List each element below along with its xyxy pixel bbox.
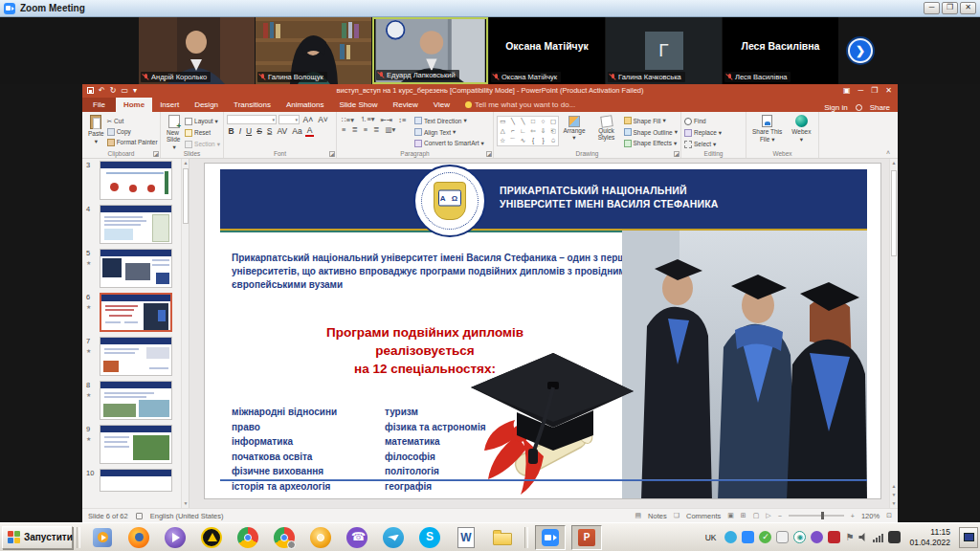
indent-buttons[interactable]: ⇤⇥	[379, 116, 395, 124]
slide-vertical-scrollbar[interactable]: ▲ ▲ ▼ ▼	[889, 159, 898, 508]
slide-thumbnail-7[interactable]	[100, 337, 172, 376]
slide-sorter-view-icon[interactable]: ⊞	[741, 512, 746, 519]
convert-smartart-button[interactable]: Convert to SmartArt▾	[414, 138, 484, 148]
text-direction-button[interactable]: Text Direction▾	[414, 116, 484, 126]
previous-slide-icon[interactable]: ▲	[890, 482, 898, 491]
line-spacing-button[interactable]: ↕≡	[396, 116, 408, 124]
select-button[interactable]: Select▾	[684, 139, 743, 149]
slide[interactable]: Α Ω ПРИКАРПАТСЬКИЙ НАЦІОНАЛЬНИЙ УНІВЕРСИ…	[204, 163, 881, 499]
show-desktop-button[interactable]	[959, 527, 978, 548]
tab-animations[interactable]: Animations	[278, 98, 332, 112]
zoom-level[interactable]: 120%	[861, 512, 880, 520]
slide-thumbnail-9[interactable]	[100, 425, 172, 464]
reading-view-icon[interactable]: ▢	[753, 512, 760, 519]
word-icon[interactable]: W	[455, 526, 478, 549]
participant-tile-avatar[interactable]: Г Галина Качковська	[606, 17, 722, 84]
underline-button[interactable]: U	[245, 126, 254, 136]
tray-telegram-icon[interactable]	[724, 531, 737, 543]
align-right-button[interactable]: ≡	[362, 125, 369, 134]
cut-button[interactable]: ✂Cut	[107, 116, 124, 126]
decrease-font-icon[interactable]: A˅	[317, 115, 330, 124]
font-size-combobox[interactable]	[278, 115, 300, 124]
font-name-combobox[interactable]	[227, 115, 277, 124]
start-slideshow-icon[interactable]: ▭	[121, 87, 128, 95]
kmplayer-icon[interactable]	[164, 526, 187, 549]
slide-thumbnail-3[interactable]	[100, 161, 172, 200]
increase-font-icon[interactable]: A˄	[301, 115, 315, 124]
align-center-button[interactable]: ≣	[349, 125, 359, 134]
next-participants-button[interactable]: ❯	[848, 38, 873, 63]
tab-insert[interactable]: Insert	[152, 98, 187, 112]
tab-review[interactable]: Review	[385, 98, 425, 112]
tray-volume-icon[interactable]	[858, 533, 868, 542]
scrollbar-thumb[interactable]	[183, 168, 189, 224]
paragraph-dialog-launcher[interactable]: ◢	[486, 151, 492, 157]
folder-icon[interactable]	[491, 526, 514, 549]
minimize-icon[interactable]: ─	[924, 2, 940, 14]
customize-qat-icon[interactable]: ▾	[133, 87, 137, 95]
tab-view[interactable]: View	[426, 98, 457, 112]
viber-icon[interactable]: ☎	[345, 526, 368, 549]
restore-icon[interactable]: ❐	[942, 2, 958, 14]
webex-button[interactable]: Webex▾	[789, 114, 813, 148]
zoom-slider[interactable]	[789, 515, 844, 517]
numbering-button[interactable]: ⒈≡▾	[358, 115, 377, 124]
tray-clipboard-icon[interactable]	[776, 531, 789, 543]
italic-button[interactable]: I	[237, 126, 242, 136]
tray-flag-icon[interactable]: ⚑	[845, 533, 854, 542]
shape-outline-button[interactable]: Shape Outline▾	[624, 127, 678, 138]
redo-icon[interactable]: ↻	[110, 87, 117, 95]
slide-thumbnail-6-current[interactable]	[100, 293, 172, 332]
justify-button[interactable]: ≣	[371, 125, 381, 134]
start-button[interactable]: Запустити	[2, 526, 73, 549]
chrome-icon[interactable]	[236, 526, 259, 549]
align-text-button[interactable]: Align Text▾	[414, 127, 484, 138]
undo-icon[interactable]: ↶	[99, 87, 105, 95]
ribbon-display-options-icon[interactable]: ▣	[843, 85, 851, 97]
shape-fill-button[interactable]: Shape Fill▾	[624, 116, 678, 126]
participant-tile-video[interactable]: Андрій Королько	[139, 17, 255, 84]
tray-antivirus-icon[interactable]: ✓	[759, 531, 771, 543]
zoom-in-icon[interactable]: +	[851, 513, 855, 519]
text-shadow-button[interactable]: S̲	[265, 126, 274, 136]
section-button[interactable]: Section▾	[185, 139, 220, 149]
participant-tile-video[interactable]: Галина Волощук	[256, 17, 371, 84]
language-indicator[interactable]: English (United States)	[150, 512, 224, 520]
notes-button[interactable]: Notes	[648, 512, 667, 520]
tell-me-box[interactable]: Tell me what you want to do...	[457, 98, 583, 112]
zoom-out-icon[interactable]: −	[778, 513, 782, 519]
next-slide-icon[interactable]: ▼	[890, 491, 898, 499]
bullets-button[interactable]: ∷≡▾	[340, 116, 356, 124]
layout-button[interactable]: Layout▾	[185, 116, 220, 126]
participant-tile-active-speaker[interactable]: Едуард Лапковський	[372, 17, 488, 84]
slide-thumbnail-panel[interactable]: 3 4	[82, 159, 189, 508]
slide-thumbnail-8[interactable]	[100, 381, 172, 420]
strikethrough-button[interactable]: S	[256, 126, 264, 136]
chrome-canary-icon[interactable]	[309, 526, 332, 549]
align-left-button[interactable]: ≡	[340, 125, 347, 134]
font-color-button[interactable]: A	[305, 125, 314, 137]
shape-effects-button[interactable]: Shape Effects▾	[624, 138, 678, 148]
tab-design[interactable]: Design	[187, 98, 226, 112]
thumbnail-scrollbar[interactable]: ▲ ▼	[181, 159, 189, 508]
fit-slide-icon[interactable]: ⊡	[886, 512, 892, 519]
accessibility-icon[interactable]	[136, 513, 143, 519]
font-dialog-launcher[interactable]: ◢	[329, 151, 335, 157]
chrome-profile-icon[interactable]	[273, 526, 296, 549]
language-switcher[interactable]: UK	[702, 531, 721, 544]
new-slide-button[interactable]: New Slide▾	[164, 114, 185, 152]
comments-button[interactable]: Comments	[686, 512, 721, 520]
firefox-icon[interactable]	[127, 526, 150, 549]
tab-home[interactable]: Home	[116, 98, 152, 112]
slideshow-view-icon[interactable]: ▷	[766, 512, 770, 519]
tray-eset-eye-icon[interactable]: ◉	[793, 531, 806, 543]
columns-button[interactable]: ▥▾	[383, 125, 397, 134]
share-button[interactable]: Share	[870, 103, 890, 112]
bold-button[interactable]: B	[227, 126, 235, 136]
reset-button[interactable]: Reset	[185, 127, 220, 138]
tab-slideshow[interactable]: Slide Show	[331, 98, 385, 112]
skype-icon[interactable]: S	[418, 526, 441, 549]
share-this-file-button[interactable]: Share This File ▾	[749, 114, 785, 148]
collapse-ribbon-icon[interactable]: ˄	[879, 149, 898, 158]
taskbar-clock[interactable]: 11:15 01.04.2022	[905, 527, 954, 547]
